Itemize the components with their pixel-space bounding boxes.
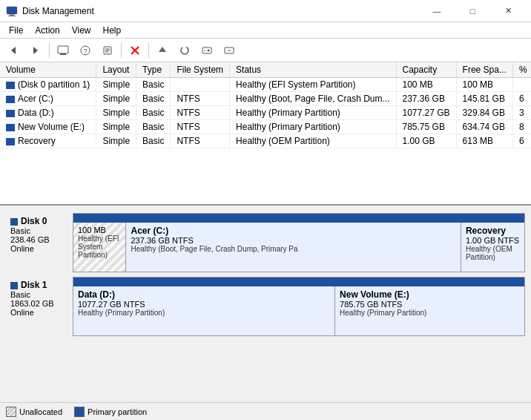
cell-volume: (Disk 0 partition 1)	[0, 78, 96, 92]
cell-freespace: 145.81 GB	[456, 92, 512, 106]
disk-partition[interactable]: New Volume (E:) 785.75 GB NTFS Healthy (…	[335, 286, 524, 335]
status-bar: Unallocated Primary partition	[0, 402, 531, 420]
disk-type: Basic	[10, 290, 68, 299]
menu-item-action[interactable]: Action	[29, 24, 65, 37]
disk-partition[interactable]: Recovery 1.00 GB NTFS Healthy (OEM Parti…	[461, 223, 524, 272]
cell-type: Basic	[136, 78, 171, 92]
table-row[interactable]: New Volume (E:)SimpleBasicNTFSHealthy (P…	[0, 120, 531, 134]
title-bar: Disk Management — □ ✕	[0, 0, 531, 22]
minimize-button[interactable]: —	[420, 0, 454, 22]
cell-status: Healthy (OEM Partition)	[230, 134, 396, 148]
col-type: Type	[136, 62, 171, 78]
partition-size: 1077.27 GB NTFS	[78, 300, 330, 309]
toolbar: ?	[0, 39, 531, 62]
delete-button[interactable]	[125, 41, 145, 60]
properties-button[interactable]	[97, 41, 118, 60]
volume-properties-button[interactable]	[53, 41, 73, 60]
svg-point-16	[181, 47, 188, 54]
back-button[interactable]	[3, 41, 24, 60]
legend-unallocated-label: Unallocated	[19, 407, 62, 416]
volume-icon	[6, 124, 15, 131]
menu-item-help[interactable]: Help	[97, 24, 128, 37]
extra-button-2[interactable]	[219, 41, 240, 60]
disk-type: Basic	[10, 226, 68, 235]
col-status: Status	[230, 62, 396, 78]
cell-filesystem	[171, 78, 230, 92]
table-row[interactable]: Acer (C:)SimpleBasicNTFSHealthy (Boot, P…	[0, 92, 531, 106]
svg-rect-1	[10, 14, 14, 16]
disk-header-bar	[73, 214, 524, 223]
extra-button-1[interactable]	[197, 41, 217, 60]
cell-volume: New Volume (E:)	[0, 120, 96, 134]
disk-header-bar	[73, 278, 524, 286]
cell-capacity: 785.75 GB	[396, 120, 456, 134]
cell-layout: Simple	[96, 92, 136, 106]
cell-layout: Simple	[96, 106, 136, 120]
cell-layout: Simple	[96, 120, 136, 134]
partition-status: Healthy (Primary Partition)	[340, 309, 520, 317]
cell-freespace: 613 MB	[456, 134, 512, 148]
volume-icon	[6, 138, 15, 145]
menu-bar: FileActionViewHelp	[0, 22, 531, 39]
disk-partition[interactable]: Acer (C:) 237.36 GB NTFS Healthy (Boot, …	[126, 223, 461, 272]
legend-primary-box	[74, 407, 85, 417]
table-row[interactable]: Data (D:)SimpleBasicNTFSHealthy (Primary…	[0, 106, 531, 120]
partition-status: Healthy (Primary Partition)	[78, 309, 330, 317]
disk-size: 238.46 GB	[10, 235, 68, 244]
help-button[interactable]: ?	[75, 41, 96, 60]
menu-item-view[interactable]: View	[66, 24, 97, 37]
table-body: (Disk 0 partition 1)SimpleBasicHealthy (…	[0, 78, 531, 148]
volume-table: Volume Layout Type File System Status Ca…	[0, 62, 531, 148]
up-button[interactable]	[152, 41, 173, 60]
cell-pct: 8	[512, 120, 531, 134]
col-volume: Volume	[0, 62, 96, 78]
cell-pct	[512, 78, 531, 92]
disk-row: Disk 0 Basic 238.46 GB Online 100 MB Hea…	[6, 213, 525, 272]
table-row[interactable]: (Disk 0 partition 1)SimpleBasicHealthy (…	[0, 78, 531, 92]
disk-size: 1863.02 GB	[10, 299, 68, 308]
volume-icon	[6, 96, 15, 103]
disk-partition[interactable]: Data (D:) 1077.27 GB NTFS Healthy (Prima…	[73, 286, 335, 335]
cell-status: Healthy (Primary Partition)	[230, 120, 396, 134]
window-controls: — □ ✕	[420, 0, 525, 22]
window-title: Disk Management	[22, 6, 420, 16]
disk-row: Disk 1 Basic 1863.02 GB Online Data (D:)…	[6, 277, 525, 336]
rescan-button[interactable]	[174, 41, 195, 60]
cell-capacity: 237.36 GB	[396, 92, 456, 106]
volume-table-area[interactable]: Volume Layout Type File System Status Ca…	[0, 62, 531, 206]
disk-label: Disk 0 Basic 238.46 GB Online	[6, 213, 73, 272]
separator-2	[121, 43, 122, 58]
forward-button[interactable]	[25, 41, 46, 60]
svg-rect-0	[7, 7, 17, 14]
svg-rect-2	[8, 16, 16, 16]
cell-capacity: 1077.27 GB	[396, 106, 456, 120]
disk-parts-row: 100 MB Healthy (EFI System Partition) Ac…	[73, 223, 524, 272]
col-pct: %	[512, 62, 531, 78]
legend-unallocated: Unallocated	[6, 407, 62, 417]
cell-pct: 6	[512, 92, 531, 106]
close-button[interactable]: ✕	[491, 0, 525, 22]
svg-rect-6	[60, 53, 66, 55]
cell-filesystem: NTFS	[171, 134, 230, 148]
disk-partitions: 100 MB Healthy (EFI System Partition) Ac…	[73, 213, 525, 272]
menu-item-file[interactable]: File	[3, 24, 29, 37]
maximize-button[interactable]: □	[455, 0, 489, 22]
cell-filesystem: NTFS	[171, 120, 230, 134]
partition-size: 100 MB	[78, 226, 121, 234]
cell-freespace: 329.84 GB	[456, 106, 512, 120]
cell-type: Basic	[136, 134, 171, 148]
col-capacity: Capacity	[396, 62, 456, 78]
separator-3	[148, 43, 149, 58]
svg-rect-5	[58, 46, 68, 53]
disk-map-area[interactable]: Disk 0 Basic 238.46 GB Online 100 MB Hea…	[0, 206, 531, 402]
cell-freespace: 100 MB	[456, 78, 512, 92]
cell-capacity: 100 MB	[396, 78, 456, 92]
table-row[interactable]: RecoverySimpleBasicNTFSHealthy (OEM Part…	[0, 134, 531, 148]
cell-filesystem: NTFS	[171, 106, 230, 120]
partition-name: Recovery	[466, 226, 520, 236]
disk-partition[interactable]: 100 MB Healthy (EFI System Partition)	[73, 223, 126, 272]
legend-primary-label: Primary partition	[88, 407, 147, 416]
cell-layout: Simple	[96, 134, 136, 148]
partition-status: Healthy (EFI System Partition)	[78, 234, 121, 259]
col-filesystem: File System	[171, 62, 230, 78]
